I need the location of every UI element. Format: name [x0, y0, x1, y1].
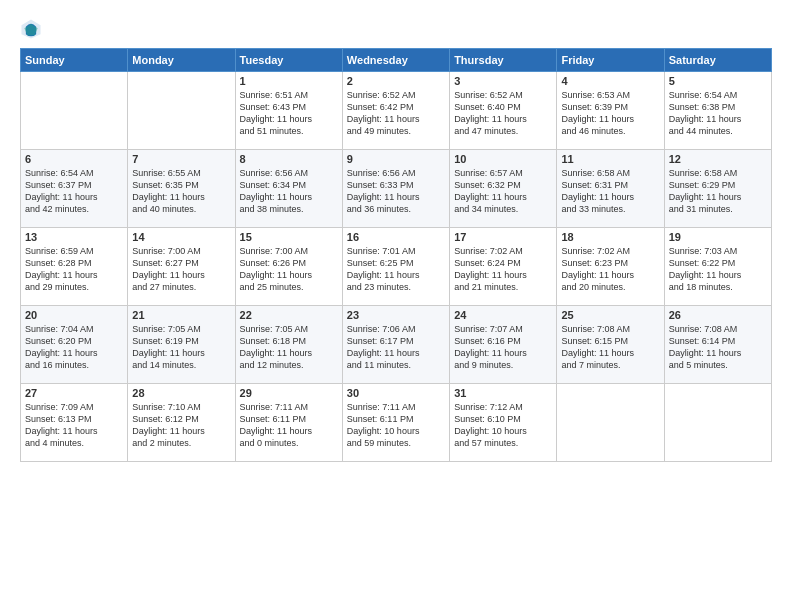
calendar-table: SundayMondayTuesdayWednesdayThursdayFrid…: [20, 48, 772, 462]
calendar-cell: 4Sunrise: 6:53 AM Sunset: 6:39 PM Daylig…: [557, 72, 664, 150]
calendar-cell: 25Sunrise: 7:08 AM Sunset: 6:15 PM Dayli…: [557, 306, 664, 384]
calendar-header: SundayMondayTuesdayWednesdayThursdayFrid…: [21, 49, 772, 72]
calendar-cell: 1Sunrise: 6:51 AM Sunset: 6:43 PM Daylig…: [235, 72, 342, 150]
cell-content: Sunrise: 7:08 AM Sunset: 6:14 PM Dayligh…: [669, 323, 767, 372]
day-number: 2: [347, 75, 445, 87]
calendar-cell: [128, 72, 235, 150]
logo-icon: [20, 18, 42, 40]
day-number: 18: [561, 231, 659, 243]
cell-content: Sunrise: 6:57 AM Sunset: 6:32 PM Dayligh…: [454, 167, 552, 216]
day-number: 27: [25, 387, 123, 399]
cell-content: Sunrise: 6:59 AM Sunset: 6:28 PM Dayligh…: [25, 245, 123, 294]
calendar-cell: 11Sunrise: 6:58 AM Sunset: 6:31 PM Dayli…: [557, 150, 664, 228]
day-number: 3: [454, 75, 552, 87]
calendar-cell: 6Sunrise: 6:54 AM Sunset: 6:37 PM Daylig…: [21, 150, 128, 228]
cell-content: Sunrise: 6:52 AM Sunset: 6:40 PM Dayligh…: [454, 89, 552, 138]
logo: [20, 18, 46, 40]
cell-content: Sunrise: 7:05 AM Sunset: 6:18 PM Dayligh…: [240, 323, 338, 372]
day-number: 21: [132, 309, 230, 321]
calendar-cell: 21Sunrise: 7:05 AM Sunset: 6:19 PM Dayli…: [128, 306, 235, 384]
cell-content: Sunrise: 7:11 AM Sunset: 6:11 PM Dayligh…: [240, 401, 338, 450]
day-number: 10: [454, 153, 552, 165]
cell-content: Sunrise: 7:10 AM Sunset: 6:12 PM Dayligh…: [132, 401, 230, 450]
cell-content: Sunrise: 6:54 AM Sunset: 6:37 PM Dayligh…: [25, 167, 123, 216]
calendar-week-row: 27Sunrise: 7:09 AM Sunset: 6:13 PM Dayli…: [21, 384, 772, 462]
day-number: 15: [240, 231, 338, 243]
calendar-cell: 3Sunrise: 6:52 AM Sunset: 6:40 PM Daylig…: [450, 72, 557, 150]
weekday-header: Friday: [557, 49, 664, 72]
day-number: 6: [25, 153, 123, 165]
day-number: 5: [669, 75, 767, 87]
calendar-page: SundayMondayTuesdayWednesdayThursdayFrid…: [0, 0, 792, 612]
header: [20, 18, 772, 40]
cell-content: Sunrise: 7:09 AM Sunset: 6:13 PM Dayligh…: [25, 401, 123, 450]
cell-content: Sunrise: 6:56 AM Sunset: 6:33 PM Dayligh…: [347, 167, 445, 216]
day-number: 26: [669, 309, 767, 321]
calendar-cell: 17Sunrise: 7:02 AM Sunset: 6:24 PM Dayli…: [450, 228, 557, 306]
weekday-header: Monday: [128, 49, 235, 72]
day-number: 13: [25, 231, 123, 243]
cell-content: Sunrise: 7:12 AM Sunset: 6:10 PM Dayligh…: [454, 401, 552, 450]
calendar-cell: 23Sunrise: 7:06 AM Sunset: 6:17 PM Dayli…: [342, 306, 449, 384]
calendar-cell: 16Sunrise: 7:01 AM Sunset: 6:25 PM Dayli…: [342, 228, 449, 306]
cell-content: Sunrise: 6:55 AM Sunset: 6:35 PM Dayligh…: [132, 167, 230, 216]
day-number: 9: [347, 153, 445, 165]
calendar-cell: 30Sunrise: 7:11 AM Sunset: 6:11 PM Dayli…: [342, 384, 449, 462]
cell-content: Sunrise: 7:02 AM Sunset: 6:23 PM Dayligh…: [561, 245, 659, 294]
weekday-header: Wednesday: [342, 49, 449, 72]
calendar-cell: 2Sunrise: 6:52 AM Sunset: 6:42 PM Daylig…: [342, 72, 449, 150]
calendar-cell: 13Sunrise: 6:59 AM Sunset: 6:28 PM Dayli…: [21, 228, 128, 306]
day-number: 11: [561, 153, 659, 165]
day-number: 4: [561, 75, 659, 87]
cell-content: Sunrise: 7:05 AM Sunset: 6:19 PM Dayligh…: [132, 323, 230, 372]
calendar-cell: 24Sunrise: 7:07 AM Sunset: 6:16 PM Dayli…: [450, 306, 557, 384]
calendar-week-row: 20Sunrise: 7:04 AM Sunset: 6:20 PM Dayli…: [21, 306, 772, 384]
cell-content: Sunrise: 7:02 AM Sunset: 6:24 PM Dayligh…: [454, 245, 552, 294]
day-number: 12: [669, 153, 767, 165]
weekday-header: Saturday: [664, 49, 771, 72]
weekday-header: Thursday: [450, 49, 557, 72]
cell-content: Sunrise: 6:54 AM Sunset: 6:38 PM Dayligh…: [669, 89, 767, 138]
day-number: 29: [240, 387, 338, 399]
calendar-cell: 9Sunrise: 6:56 AM Sunset: 6:33 PM Daylig…: [342, 150, 449, 228]
calendar-cell: 26Sunrise: 7:08 AM Sunset: 6:14 PM Dayli…: [664, 306, 771, 384]
cell-content: Sunrise: 6:56 AM Sunset: 6:34 PM Dayligh…: [240, 167, 338, 216]
cell-content: Sunrise: 7:03 AM Sunset: 6:22 PM Dayligh…: [669, 245, 767, 294]
cell-content: Sunrise: 7:00 AM Sunset: 6:26 PM Dayligh…: [240, 245, 338, 294]
day-number: 14: [132, 231, 230, 243]
calendar-cell: 19Sunrise: 7:03 AM Sunset: 6:22 PM Dayli…: [664, 228, 771, 306]
calendar-cell: 12Sunrise: 6:58 AM Sunset: 6:29 PM Dayli…: [664, 150, 771, 228]
calendar-cell: [664, 384, 771, 462]
calendar-body: 1Sunrise: 6:51 AM Sunset: 6:43 PM Daylig…: [21, 72, 772, 462]
cell-content: Sunrise: 7:01 AM Sunset: 6:25 PM Dayligh…: [347, 245, 445, 294]
weekday-header: Sunday: [21, 49, 128, 72]
cell-content: Sunrise: 6:52 AM Sunset: 6:42 PM Dayligh…: [347, 89, 445, 138]
calendar-cell: 8Sunrise: 6:56 AM Sunset: 6:34 PM Daylig…: [235, 150, 342, 228]
day-number: 31: [454, 387, 552, 399]
calendar-cell: 18Sunrise: 7:02 AM Sunset: 6:23 PM Dayli…: [557, 228, 664, 306]
day-number: 8: [240, 153, 338, 165]
day-number: 28: [132, 387, 230, 399]
calendar-cell: 7Sunrise: 6:55 AM Sunset: 6:35 PM Daylig…: [128, 150, 235, 228]
calendar-cell: [21, 72, 128, 150]
calendar-cell: 28Sunrise: 7:10 AM Sunset: 6:12 PM Dayli…: [128, 384, 235, 462]
calendar-cell: 22Sunrise: 7:05 AM Sunset: 6:18 PM Dayli…: [235, 306, 342, 384]
cell-content: Sunrise: 7:11 AM Sunset: 6:11 PM Dayligh…: [347, 401, 445, 450]
day-number: 20: [25, 309, 123, 321]
calendar-cell: 31Sunrise: 7:12 AM Sunset: 6:10 PM Dayli…: [450, 384, 557, 462]
day-number: 16: [347, 231, 445, 243]
cell-content: Sunrise: 7:07 AM Sunset: 6:16 PM Dayligh…: [454, 323, 552, 372]
cell-content: Sunrise: 7:04 AM Sunset: 6:20 PM Dayligh…: [25, 323, 123, 372]
cell-content: Sunrise: 6:58 AM Sunset: 6:31 PM Dayligh…: [561, 167, 659, 216]
day-number: 25: [561, 309, 659, 321]
day-number: 24: [454, 309, 552, 321]
calendar-cell: 10Sunrise: 6:57 AM Sunset: 6:32 PM Dayli…: [450, 150, 557, 228]
cell-content: Sunrise: 7:00 AM Sunset: 6:27 PM Dayligh…: [132, 245, 230, 294]
calendar-cell: 15Sunrise: 7:00 AM Sunset: 6:26 PM Dayli…: [235, 228, 342, 306]
calendar-cell: 5Sunrise: 6:54 AM Sunset: 6:38 PM Daylig…: [664, 72, 771, 150]
cell-content: Sunrise: 6:58 AM Sunset: 6:29 PM Dayligh…: [669, 167, 767, 216]
day-number: 22: [240, 309, 338, 321]
calendar-week-row: 1Sunrise: 6:51 AM Sunset: 6:43 PM Daylig…: [21, 72, 772, 150]
calendar-cell: 14Sunrise: 7:00 AM Sunset: 6:27 PM Dayli…: [128, 228, 235, 306]
day-number: 1: [240, 75, 338, 87]
